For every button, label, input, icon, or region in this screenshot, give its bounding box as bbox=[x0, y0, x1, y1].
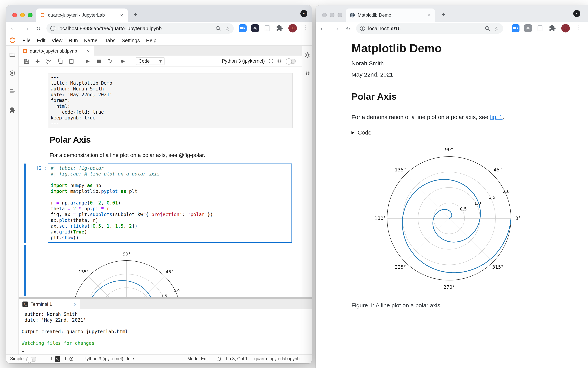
kernel-count[interactable]: 1 bbox=[64, 356, 67, 361]
minimize-window-button[interactable] bbox=[20, 13, 25, 17]
menu-edit[interactable]: Edit bbox=[34, 37, 48, 43]
kernel-count-icon[interactable] bbox=[69, 356, 74, 361]
zoom-window-button[interactable] bbox=[337, 13, 342, 17]
file-browser-icon[interactable] bbox=[9, 52, 16, 58]
running-sessions-icon[interactable] bbox=[9, 70, 16, 76]
document-extension-icon[interactable] bbox=[537, 25, 543, 33]
browser-menu-icon[interactable]: ⋮ bbox=[302, 24, 308, 30]
search-icon[interactable] bbox=[484, 26, 490, 31]
menu-file[interactable]: File bbox=[19, 37, 34, 43]
close-tab-icon[interactable]: × bbox=[427, 12, 431, 18]
jupyterlab-browser-window: quarto-jupyterl - JupyterLab × + ▾ ← → ↻… bbox=[6, 5, 312, 363]
svg-text:45°: 45° bbox=[493, 167, 502, 173]
kernel-status-text[interactable]: Python 3 (ipykernel) | Idle bbox=[84, 356, 134, 361]
panel-split-handle[interactable] bbox=[19, 297, 312, 299]
menu-tabs[interactable]: Tabs bbox=[102, 37, 119, 43]
zoom-extension-icon[interactable] bbox=[239, 24, 247, 34]
new-tab-button[interactable]: + bbox=[439, 10, 448, 19]
menu-help[interactable]: Help bbox=[143, 37, 159, 43]
terminal-output[interactable]: author: Norah Smith date: 'May 22nd, 202… bbox=[19, 309, 312, 354]
notebook-tab-title: quarto-jupyterlab.ipynb bbox=[30, 48, 84, 54]
reload-button[interactable]: ↻ bbox=[33, 24, 43, 34]
notebook-tab[interactable]: quarto-jupyterlab.ipynb × bbox=[19, 46, 94, 56]
raw-cell-editor[interactable]: ---title: Matplotlib Demoauthor: Norah S… bbox=[48, 73, 293, 128]
terminal-tab[interactable]: $_ Terminal 1 × bbox=[19, 299, 81, 309]
property-inspector-gear-icon[interactable] bbox=[304, 52, 310, 58]
restart-kernel-button[interactable]: ↻ bbox=[107, 58, 113, 64]
browser-menu-icon[interactable]: ⋮ bbox=[575, 24, 581, 30]
figure-link[interactable]: fig. 1 bbox=[490, 114, 502, 120]
address-bar[interactable]: i localhost:8888/lab/tree/quarto-jupyter… bbox=[47, 23, 234, 34]
table-of-contents-icon[interactable] bbox=[9, 88, 16, 94]
extensions-puzzle-icon[interactable] bbox=[549, 25, 556, 33]
zoom-window-button[interactable] bbox=[28, 13, 32, 17]
close-notebook-tab-icon[interactable]: × bbox=[86, 48, 91, 54]
new-tab-button[interactable]: + bbox=[131, 10, 140, 19]
debugger-toggle-icon[interactable] bbox=[276, 58, 283, 64]
address-bar[interactable]: i localhost:6916 ☆ bbox=[356, 23, 503, 34]
menu-view[interactable]: View bbox=[48, 37, 66, 43]
notification-bell-icon[interactable] bbox=[217, 356, 222, 361]
browser-tab[interactable]: quarto-jupyterl - JupyterLab × bbox=[36, 9, 128, 22]
document-extension-icon[interactable] bbox=[264, 25, 270, 33]
browser-tab[interactable]: Matplotlib Demo × bbox=[346, 9, 435, 22]
search-icon[interactable] bbox=[215, 26, 221, 31]
extensions-puzzle-icon[interactable] bbox=[276, 25, 283, 33]
dark-app-extension-icon[interactable] bbox=[524, 24, 532, 34]
bookmark-star-icon[interactable]: ☆ bbox=[225, 25, 230, 32]
tab-search-chevron-icon[interactable]: ▾ bbox=[300, 10, 307, 17]
code-line: #| label: fig-polar bbox=[51, 166, 289, 171]
back-button[interactable]: ← bbox=[9, 24, 19, 34]
site-info-icon[interactable]: i bbox=[360, 26, 365, 31]
zoom-extension-icon[interactable] bbox=[512, 24, 520, 34]
profile-avatar[interactable]: JJ bbox=[561, 24, 570, 32]
terminal-count[interactable]: 1 bbox=[50, 356, 53, 361]
forward-button[interactable]: → bbox=[331, 24, 341, 34]
reload-button[interactable]: ↻ bbox=[343, 24, 353, 34]
menu-run[interactable]: Run bbox=[66, 37, 81, 43]
kernel-status-icon[interactable] bbox=[269, 59, 273, 63]
site-info-icon[interactable]: i bbox=[50, 26, 55, 31]
kernel-name[interactable]: Python 3 (ipykernel) bbox=[222, 58, 265, 64]
close-window-button[interactable] bbox=[12, 13, 17, 17]
tab-title: quarto-jupyterl - JupyterLab bbox=[48, 12, 117, 18]
menu-settings[interactable]: Settings bbox=[118, 37, 143, 43]
minimize-window-button[interactable] bbox=[330, 13, 335, 17]
cell-type-select[interactable]: Code ▼ bbox=[136, 57, 164, 65]
simple-mode-label: Simple bbox=[10, 356, 24, 361]
stop-kernel-button[interactable]: ■ bbox=[96, 58, 102, 64]
active-file-name[interactable]: quarto-jupyterlab.ipynb bbox=[254, 356, 300, 361]
tab-search-chevron-icon[interactable]: ▾ bbox=[573, 10, 580, 17]
run-cell-button[interactable]: ▶ bbox=[85, 58, 91, 64]
input-collapser[interactable] bbox=[24, 164, 26, 243]
paste-cell-button[interactable] bbox=[68, 58, 74, 64]
bookmark-star-icon[interactable]: ☆ bbox=[494, 25, 499, 32]
back-button[interactable]: ← bbox=[318, 24, 328, 34]
dark-app-extension-icon[interactable] bbox=[251, 24, 259, 34]
menu-kernel[interactable]: Kernel bbox=[81, 37, 102, 43]
svg-text:90°: 90° bbox=[445, 147, 453, 152]
restart-run-all-button[interactable]: ▶▶ bbox=[118, 58, 126, 64]
cut-cell-button[interactable] bbox=[46, 58, 52, 64]
toolbar-toggle-switch[interactable] bbox=[286, 59, 296, 64]
save-button[interactable] bbox=[23, 58, 29, 64]
code-fold-summary[interactable]: ▶ Code bbox=[351, 129, 371, 136]
extension-manager-icon[interactable] bbox=[9, 107, 16, 113]
terminal-count-icon[interactable]: $_ bbox=[55, 356, 60, 362]
output-collapser[interactable] bbox=[24, 245, 26, 296]
profile-avatar[interactable]: JJ bbox=[288, 24, 297, 32]
mode-indicator[interactable]: Mode: Edit bbox=[187, 356, 209, 361]
forward-button[interactable]: → bbox=[21, 24, 31, 34]
add-cell-button[interactable]: + bbox=[34, 58, 41, 64]
close-tab-icon[interactable]: × bbox=[119, 12, 124, 18]
close-terminal-tab-icon[interactable]: × bbox=[73, 301, 77, 307]
terminal-line bbox=[22, 323, 312, 329]
cursor-position[interactable]: Ln 3, Col 1 bbox=[226, 356, 248, 361]
code-cell-editor[interactable]: #| label: fig-polar#| fig.cap: A line pl… bbox=[48, 164, 292, 243]
simple-mode-toggle[interactable] bbox=[26, 357, 36, 362]
debugger-bug-icon[interactable] bbox=[305, 70, 310, 76]
code-line bbox=[51, 194, 289, 200]
close-window-button[interactable] bbox=[322, 13, 327, 17]
section-heading: Polar Axis bbox=[351, 91, 545, 107]
copy-cell-button[interactable] bbox=[57, 58, 63, 64]
